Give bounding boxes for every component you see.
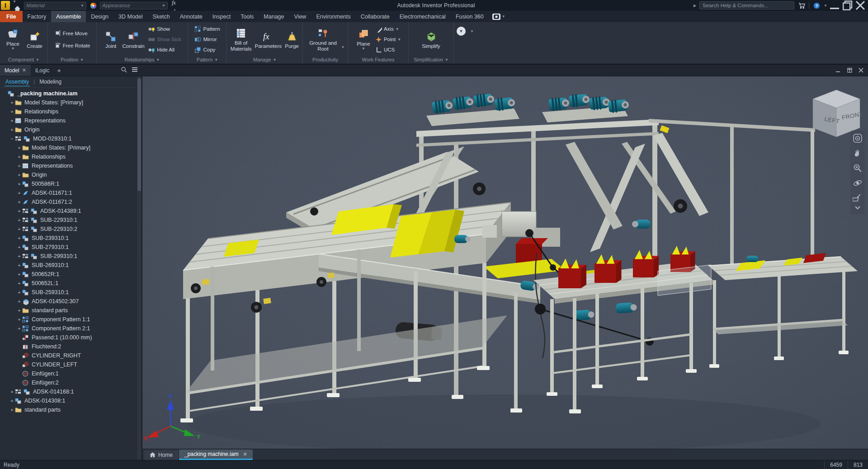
ribbon-tab-collaborate[interactable]: Collaborate	[356, 11, 395, 22]
browser-menu-icon[interactable]	[132, 66, 138, 74]
color-wheel-icon[interactable]	[89, 1, 98, 10]
add-browser-tab-button[interactable]: +	[54, 65, 64, 76]
tree-item[interactable]: CYLINDER_LEFT	[0, 360, 142, 369]
ribbon-tab-annotate[interactable]: Annotate	[175, 11, 208, 22]
viewport-canvas[interactable]: LEFT FRONT Z X Y	[142, 76, 868, 460]
tree-expander-icon[interactable]: +	[16, 281, 22, 286]
tree-item[interactable]: +Model States: [Primary]	[0, 143, 142, 152]
tree-expander-icon[interactable]: +	[16, 226, 22, 232]
close-icon[interactable]: ✕	[22, 67, 26, 73]
tree-item[interactable]: +Relationships	[0, 152, 142, 161]
tree-item[interactable]: +Origin	[0, 125, 142, 134]
show-button[interactable]: Show	[147, 24, 183, 34]
tree-item[interactable]: +ADSK-014308:1	[0, 396, 142, 405]
tree-expander-icon[interactable]: +	[16, 163, 22, 169]
ribbon-tab-electromechanical[interactable]: Electromechanical	[395, 11, 451, 22]
tree-expander-icon[interactable]: +	[9, 100, 15, 105]
tree-item[interactable]: +standard parts	[0, 405, 142, 414]
tree-item[interactable]: +Relationships	[0, 107, 142, 116]
tree-expander-icon[interactable]: +	[9, 407, 15, 413]
pan-icon[interactable]	[852, 147, 863, 159]
tree-item[interactable]: +Component Pattern 2:1	[0, 324, 142, 333]
create-button[interactable]: Create	[24, 30, 45, 49]
ribbon-collapse-button[interactable]: ▼	[457, 27, 466, 36]
tree-item[interactable]: _packing machine.iam	[0, 89, 142, 98]
tree-item[interactable]: +SUB-239310:1	[0, 234, 142, 243]
copy-button[interactable]: Copy	[193, 45, 221, 55]
tree-item[interactable]: +Component Pattern 1:1	[0, 315, 142, 324]
tree-expander-icon[interactable]: +	[16, 290, 22, 295]
tree-item[interactable]: +500586R:1	[0, 179, 142, 188]
free-rotate-button[interactable]: Free Rotate	[53, 41, 92, 50]
tree-expander-icon[interactable]: +	[16, 181, 22, 187]
document-tab-packing-machine[interactable]: _packing machine.iam ✕	[179, 450, 253, 460]
plane-button[interactable]: Plane ▼	[354, 28, 373, 51]
restore-button[interactable]	[843, 1, 853, 10]
document-minimize-icon[interactable]	[836, 66, 841, 75]
tree-expander-icon[interactable]: +	[9, 118, 15, 123]
tree-item[interactable]: +ADSK-014168:1	[0, 387, 142, 396]
place-button[interactable]: Place ▼	[3, 28, 24, 51]
tree-expander-icon[interactable]: +	[16, 299, 22, 304]
home-tab[interactable]: Home	[144, 450, 178, 460]
ribbon-tab-view[interactable]: View	[289, 11, 311, 22]
tree-item[interactable]: +500652R:1	[0, 270, 142, 279]
subtab-assembly[interactable]: Assembly	[5, 78, 30, 86]
ribbon-tab-sketch[interactable]: Sketch	[148, 11, 175, 22]
ribbon-tab-manage[interactable]: Manage	[259, 11, 289, 22]
joint-button[interactable]: Joint	[102, 30, 120, 49]
orbit-icon[interactable]	[852, 177, 863, 189]
tree-item[interactable]: +SUB-269310:1	[0, 261, 142, 270]
hide-all-button[interactable]: Hide All	[147, 45, 183, 55]
constrain-button[interactable]: Constrain	[121, 30, 146, 49]
ribbon-tab-environments[interactable]: Environments	[311, 11, 355, 22]
tree-expander-icon[interactable]: +	[16, 253, 22, 259]
chevron-down-icon[interactable]: ▼	[502, 14, 505, 19]
tree-item[interactable]: Einfügen:1	[0, 369, 142, 378]
point-button[interactable]: Point▼	[374, 35, 402, 44]
tree-expander-icon[interactable]: +	[16, 272, 22, 277]
simplify-button[interactable]: Simplify	[419, 30, 443, 49]
ribbon-tab-file[interactable]: File	[0, 11, 23, 22]
browser-tab-ilogic[interactable]: iLogic	[31, 65, 54, 76]
tree-item[interactable]: +Representations	[0, 161, 142, 170]
panel-label-work-features[interactable]: Work Features	[348, 56, 408, 64]
tree-expander-icon[interactable]: −	[9, 136, 15, 141]
3d-model-packing-machine[interactable]	[142, 76, 868, 460]
tree-item[interactable]: Passend:1 (10.000 mm)	[0, 333, 142, 342]
bill-of-materials-button[interactable]: Bill of Materials	[229, 27, 253, 52]
store-cart-icon[interactable]	[797, 1, 806, 10]
tree-expander-icon[interactable]: +	[9, 398, 15, 403]
panel-label-pattern[interactable]: Pattern▼	[188, 56, 226, 64]
tree-item[interactable]: +standard parts	[0, 306, 142, 315]
search-expand-arrow-icon[interactable]: ▶	[693, 4, 697, 8]
tree-item[interactable]: +500652L:1	[0, 279, 142, 288]
tree-expander-icon[interactable]: +	[16, 172, 22, 178]
panel-label-manage[interactable]: Manage▼	[227, 56, 302, 64]
panel-label-simplification[interactable]: Simplification▼	[409, 56, 453, 64]
zoom-icon[interactable]	[852, 162, 863, 174]
ribbon-tab-factory[interactable]: Factory	[23, 11, 52, 22]
tree-expander-icon[interactable]: +	[16, 244, 22, 250]
browser-tab-model[interactable]: Model ✕	[0, 65, 31, 76]
ribbon-tab-3d-model[interactable]: 3D Model	[113, 11, 148, 22]
document-restore-icon[interactable]	[847, 66, 852, 75]
tree-item[interactable]: +SUB-299310:1	[0, 252, 142, 261]
tree-item[interactable]: +Origin	[0, 170, 142, 179]
chevron-down-icon[interactable]: ▼	[341, 45, 345, 49]
parameters-button[interactable]: fx Parameters	[254, 30, 282, 49]
panel-label-component[interactable]: Component▼	[0, 56, 47, 64]
tree-expander-icon[interactable]: +	[16, 235, 22, 241]
material-combo[interactable]: Material ▼	[24, 2, 86, 9]
tree-item[interactable]: Einfügen:2	[0, 378, 142, 387]
ribbon-tab-fusion-360[interactable]: Fusion 360	[451, 11, 489, 22]
parameters-fx-icon[interactable]: fx	[170, 0, 179, 7]
minimize-button[interactable]	[830, 1, 840, 10]
mirror-button[interactable]: Mirror	[193, 35, 221, 44]
tree-expander-icon[interactable]: +	[16, 145, 22, 150]
screencast-icon[interactable]	[492, 14, 500, 20]
ucs-button[interactable]: UCS	[374, 45, 402, 55]
chevron-down-icon[interactable]: ▼	[470, 29, 474, 33]
tree-item[interactable]: Fluchtend:2	[0, 342, 142, 351]
tree-expander-icon[interactable]: +	[16, 208, 22, 214]
